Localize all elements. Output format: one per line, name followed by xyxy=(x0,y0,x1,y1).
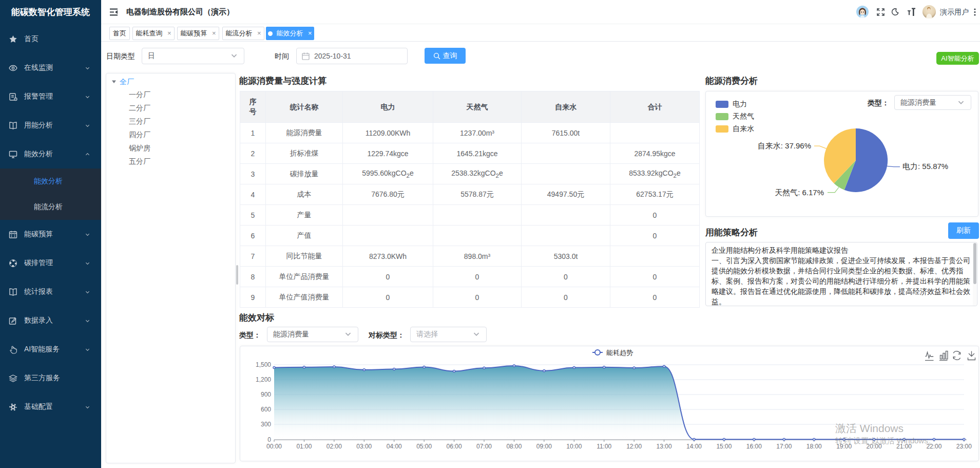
svg-text:300: 300 xyxy=(261,421,271,428)
svg-text:电力: 55.87%: 电力: 55.87% xyxy=(902,162,948,171)
svg-text:03:00: 03:00 xyxy=(356,443,372,450)
svg-text:天然气: 6.17%: 天然气: 6.17% xyxy=(775,188,824,197)
svg-text:04:00: 04:00 xyxy=(387,443,402,450)
svg-text:18:00: 18:00 xyxy=(806,443,822,450)
svg-text:01:00: 01:00 xyxy=(296,443,312,450)
svg-text:08:00: 08:00 xyxy=(506,443,522,450)
svg-text:07:00: 07:00 xyxy=(476,443,492,450)
svg-text:自来水: 37.96%: 自来水: 37.96% xyxy=(758,141,811,150)
svg-text:900: 900 xyxy=(261,391,271,398)
svg-text:11:00: 11:00 xyxy=(597,443,611,450)
svg-text:05:00: 05:00 xyxy=(416,443,432,450)
svg-text:1,500: 1,500 xyxy=(256,361,271,368)
svg-text:23:00: 23:00 xyxy=(956,443,972,450)
svg-text:14:00: 14:00 xyxy=(686,443,702,450)
svg-text:10:00: 10:00 xyxy=(566,443,582,450)
svg-text:16:00: 16:00 xyxy=(746,443,762,450)
svg-text:12:00: 12:00 xyxy=(626,443,642,450)
svg-text:02:00: 02:00 xyxy=(326,443,342,450)
svg-text:1,200: 1,200 xyxy=(256,376,271,383)
svg-text:600: 600 xyxy=(261,406,271,413)
svg-text:06:00: 06:00 xyxy=(447,443,462,450)
svg-text:09:00: 09:00 xyxy=(536,443,552,450)
svg-text:0: 0 xyxy=(267,436,271,443)
svg-text:17:00: 17:00 xyxy=(776,443,792,450)
svg-text:00:00: 00:00 xyxy=(266,443,282,450)
svg-text:15:00: 15:00 xyxy=(716,443,732,450)
svg-text:13:00: 13:00 xyxy=(657,443,672,450)
svg-text:能耗趋势: 能耗趋势 xyxy=(606,349,633,357)
